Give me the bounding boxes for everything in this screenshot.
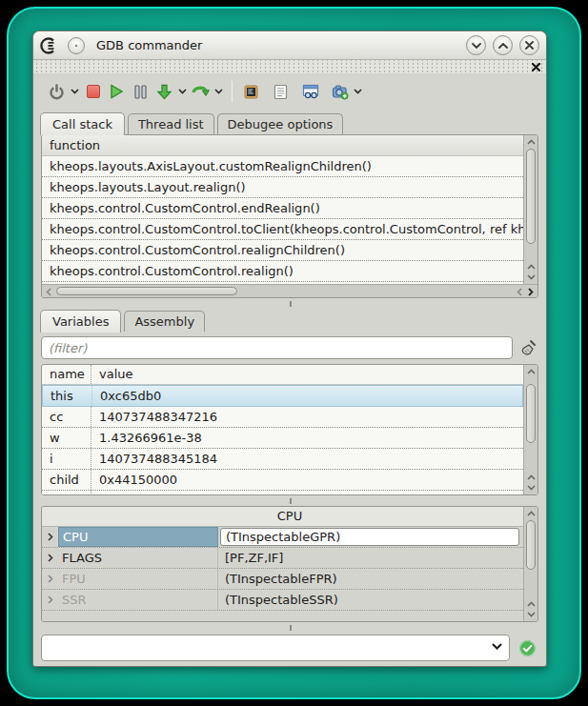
tab-call-stack[interactable]: Call stack bbox=[40, 112, 125, 135]
scroll-left-icon[interactable] bbox=[43, 286, 54, 297]
scroll-thumb[interactable] bbox=[56, 287, 237, 295]
splitter-handle[interactable] bbox=[33, 622, 546, 631]
cpu-value-editor[interactable]: (TInspectableGPR) bbox=[220, 528, 519, 546]
output-view-button[interactable] bbox=[269, 79, 293, 104]
callstack-column-header[interactable]: function bbox=[42, 135, 523, 156]
step-into-menu-chevron-icon[interactable] bbox=[176, 79, 189, 104]
add-watch-menu-chevron-icon[interactable] bbox=[352, 79, 364, 104]
step-over-button[interactable] bbox=[189, 79, 213, 104]
cpu-inspector-panel: CPU CPU (TInspectableGPR) FLAGS [PF,ZF,I… bbox=[41, 506, 538, 622]
splitter-handle[interactable] bbox=[33, 298, 546, 309]
send-command-ok-icon[interactable] bbox=[517, 638, 537, 657]
power-menu-chevron-icon[interactable] bbox=[69, 79, 81, 104]
call-stack-panel: function kheops.layouts.AxisLayout.custo… bbox=[41, 134, 538, 298]
callstack-row[interactable]: kheops.layouts.Layout.realign() bbox=[42, 177, 523, 198]
debug-toolbar bbox=[33, 73, 546, 110]
add-watch-button[interactable] bbox=[328, 79, 352, 104]
scroll-right-icon[interactable] bbox=[525, 286, 537, 297]
minimize-button[interactable] bbox=[466, 35, 486, 55]
column-value[interactable]: value bbox=[91, 365, 523, 384]
scroll-down-icon[interactable] bbox=[525, 272, 537, 283]
dock-close-icon[interactable] bbox=[530, 61, 541, 72]
callstack-vscrollbar[interactable] bbox=[523, 135, 537, 284]
scroll-down-icon[interactable] bbox=[525, 482, 537, 494]
variable-row[interactable]: this 0xc65db0 bbox=[42, 385, 523, 407]
expand-chevron-icon[interactable] bbox=[42, 533, 58, 541]
callstack-row[interactable]: kheops.control.CustomControl.toClient(kh… bbox=[42, 219, 523, 240]
toolbar-separator bbox=[232, 81, 233, 102]
watches-view-button[interactable] bbox=[298, 79, 322, 104]
variables-tabbar: Variables Assembly bbox=[33, 309, 546, 332]
scroll-thumb[interactable] bbox=[526, 520, 536, 570]
titlebar[interactable]: GDB commander bbox=[33, 31, 546, 60]
variables-panel: name value this 0xc65db0 cc 140737488347… bbox=[41, 364, 538, 495]
scroll-up-icon[interactable] bbox=[525, 366, 537, 377]
stop-button[interactable] bbox=[81, 79, 105, 104]
variable-row[interactable]: child 0x44150000 bbox=[42, 470, 523, 491]
variable-row[interactable]: cc 140737488347216 bbox=[42, 407, 523, 428]
dock-handle[interactable] bbox=[33, 60, 546, 73]
tab-thread-list[interactable]: Thread list bbox=[128, 113, 214, 134]
variable-row[interactable]: b 1.43266961e-38 bbox=[42, 491, 523, 494]
callstack-row[interactable]: kheops.control.CustomControl.realign() bbox=[42, 261, 523, 282]
cpu-view-button[interactable] bbox=[239, 79, 263, 104]
cpu-row[interactable]: FPU (TInspectableFPR) bbox=[42, 569, 523, 590]
tab-assembly[interactable]: Assembly bbox=[124, 311, 205, 332]
callstack-row[interactable]: kheops.control.CustomControl.realignChil… bbox=[42, 240, 523, 261]
filter-row bbox=[41, 336, 538, 359]
cpu-row[interactable]: CPU (TInspectableGPR) bbox=[42, 527, 523, 548]
step-into-button[interactable] bbox=[152, 79, 176, 104]
combo-dropdown-chevron-icon bbox=[492, 643, 502, 650]
gdb-command-input[interactable] bbox=[46, 637, 486, 658]
cpu-row[interactable]: FLAGS [PF,ZF,IF] bbox=[42, 548, 523, 569]
gdb-commander-window: GDB commander bbox=[32, 30, 547, 667]
close-button[interactable] bbox=[519, 35, 539, 55]
expand-chevron-icon[interactable] bbox=[42, 554, 58, 562]
titlebar-menu-button[interactable] bbox=[68, 37, 85, 54]
clear-filter-broom-icon[interactable] bbox=[517, 339, 538, 357]
maximize-button[interactable] bbox=[493, 35, 513, 55]
command-row bbox=[41, 635, 537, 661]
scroll-up-icon[interactable] bbox=[525, 508, 537, 519]
callstack-tabbar: Call stack Thread list Debugee options bbox=[33, 110, 546, 134]
column-name[interactable]: name bbox=[42, 365, 91, 384]
run-button[interactable] bbox=[105, 79, 129, 104]
cpu-panel-title: CPU bbox=[42, 507, 537, 527]
callstack-row[interactable]: kheops.layouts.AxisLayout.customRealignC… bbox=[42, 156, 523, 177]
cpu-register-list: CPU (TInspectableGPR) FLAGS [PF,ZF,IF] F… bbox=[42, 527, 523, 621]
splitter-handle[interactable] bbox=[33, 495, 546, 506]
callstack-list: kheops.layouts.AxisLayout.customRealignC… bbox=[42, 156, 523, 284]
power-button[interactable] bbox=[45, 79, 69, 104]
gdb-command-combobox[interactable] bbox=[41, 635, 510, 661]
scroll-up-icon[interactable] bbox=[525, 136, 537, 148]
tab-debugee-options[interactable]: Debugee options bbox=[217, 113, 344, 134]
variables-list: this 0xc65db0 cc 140737488347216 w 1.432… bbox=[42, 385, 523, 494]
scroll-thumb[interactable] bbox=[526, 149, 536, 244]
expand-chevron-icon[interactable] bbox=[42, 595, 58, 604]
window-title: GDB commander bbox=[96, 38, 202, 52]
cpu-vscrollbar[interactable] bbox=[523, 507, 537, 621]
cpu-row[interactable]: SSR (TInspectableSSR) bbox=[42, 590, 523, 611]
callstack-hscrollbar[interactable] bbox=[42, 284, 537, 297]
step-over-menu-chevron-icon[interactable] bbox=[213, 79, 225, 104]
filter-input[interactable] bbox=[41, 336, 513, 359]
scroll-left-icon[interactable] bbox=[514, 286, 525, 297]
variable-row[interactable]: w 1.43266961e-38 bbox=[42, 428, 523, 449]
pause-button[interactable] bbox=[129, 79, 152, 104]
variable-row[interactable]: i 140737488345184 bbox=[42, 449, 523, 470]
scroll-thumb[interactable] bbox=[526, 384, 536, 443]
callstack-row[interactable]: kheops.control.CustomControl.endRealign(… bbox=[42, 198, 523, 219]
scroll-down-icon[interactable] bbox=[525, 609, 537, 620]
variables-header[interactable]: name value bbox=[42, 365, 523, 385]
teal-window-frame: GDB commander bbox=[7, 7, 581, 699]
variables-vscrollbar[interactable] bbox=[523, 365, 537, 494]
tab-variables[interactable]: Variables bbox=[40, 310, 121, 333]
expand-chevron-icon[interactable] bbox=[42, 575, 58, 583]
app-logo-icon bbox=[40, 36, 59, 55]
